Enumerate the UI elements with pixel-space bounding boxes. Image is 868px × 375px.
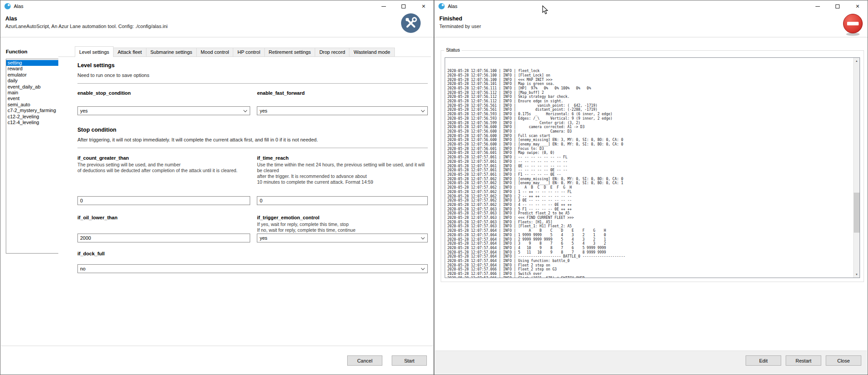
log-line: 2020-05-28 12:07:56.100 | INFO | <<< MAP…	[447, 78, 852, 82]
enable-stop-condition-select[interactable]: yes	[77, 106, 250, 115]
if-oil-lower-than-input[interactable]	[77, 234, 250, 242]
alas-logo-icon	[4, 3, 11, 10]
field-label-if-trigger-emotion-control: if_trigger_emotion_control	[257, 215, 428, 220]
log-line: 2020-05-28 12:07:56.601 | INFO | Focus t…	[447, 147, 852, 151]
log-line: 2020-05-28 12:07:57.063 | INFO | Predict…	[447, 211, 852, 216]
alas-logo-icon	[438, 3, 445, 10]
log-line: 2020-05-28 12:07:56.593 | INFO | 0.175s …	[447, 112, 852, 117]
page-subtitle: AzurLaneAutoScript, An Azur Lane automat…	[5, 24, 167, 29]
log-line: 2020-05-28 12:07:56.593 | INFO | Edges: …	[447, 117, 852, 121]
log-line: 2020-05-28 12:07:57.062 | INFO | 1 -- ++…	[447, 190, 852, 194]
scrollbar-thumb[interactable]	[854, 193, 860, 233]
log-line: 2020-05-28 12:07:56.600 | INFO | [enemy_…	[447, 142, 852, 147]
log-line: 2020-05-28 12:07:57.063 | INFO | 5 F1 --…	[447, 207, 852, 212]
log-line: 2020-05-28 12:07:56.600 | INFO | camera …	[447, 125, 852, 129]
tab-panel-level-settings: Level settings Need to run once to save …	[58, 57, 431, 345]
log-line: 2020-05-28 12:07:57.064 | INFO | 1 9999 …	[447, 233, 852, 238]
log-line: 2020-05-28 12:07:57.064 | INFO | 5 11 10…	[447, 250, 852, 255]
field-label-enable-stop-condition: enable_stop_condition	[77, 90, 250, 96]
chevron-down-icon	[421, 236, 425, 239]
edit-button[interactable]: Edit	[746, 355, 781, 366]
divider	[77, 83, 428, 84]
log-line: 2020-05-28 12:07:56.600 | INFO | [enemy_…	[447, 138, 852, 142]
settings-tab[interactable]: Attack fleet	[113, 48, 146, 56]
log-line: 2020-05-28 12:07:56.111 | INFO | [HP] 97…	[447, 86, 852, 91]
settings-tab[interactable]: Level settings	[75, 46, 114, 57]
restart-button[interactable]: Restart	[786, 355, 821, 366]
if-trigger-emotion-control-select[interactable]: yes	[257, 234, 428, 242]
alas-runtime-window: Alas ✕ Finished Terminated by user	[434, 0, 868, 375]
config-header: Alas AzurLaneAutoScript, An Azur Lane au…	[0, 12, 434, 37]
log-line: 2020-05-28 12:07:56.601 | INFO | Map swi…	[447, 151, 852, 155]
log-line: 2020-05-28 12:07:57.061 | INFO | 0E -- -…	[447, 164, 852, 169]
log-line: 2020-05-28 12:07:57.063 | INFO | [Fleet_…	[447, 224, 852, 229]
field-label-if-oil-lower-than: if_oil_lower_than	[77, 215, 250, 220]
section-title-stop-condition: Stop condition	[77, 127, 428, 133]
log-line: 2020-05-28 12:07:57.066 | INFO | Switch …	[447, 272, 852, 276]
start-button[interactable]: Start	[392, 355, 427, 366]
scroll-up-icon[interactable]: ▲	[854, 58, 860, 64]
log-line: 2020-05-28 12:07:57.064 | INFO | Fleet 2…	[447, 263, 852, 268]
log-line: 2020-05-28 12:07:57.066 | INFO | Click (…	[447, 276, 852, 278]
section-title-level-settings: Level settings	[77, 62, 428, 69]
close-button[interactable]: ✕	[414, 0, 434, 12]
settings-tab[interactable]: HP control	[233, 48, 264, 56]
titlebar: Alas ✕	[434, 0, 868, 12]
log-output: 2020-05-28 12:07:56.100 | INFO | fleet_l…	[447, 57, 852, 278]
field-label-if-count-greater-than: if_count_greater_than	[77, 155, 250, 161]
minimize-button[interactable]	[807, 0, 827, 12]
enable-fast-forward-select[interactable]: yes	[257, 106, 428, 115]
chevron-down-icon	[421, 109, 425, 112]
if-dock-full-select[interactable]: no	[77, 264, 428, 273]
settings-tabstrip: Level settings Attack fleet Submarine se…	[58, 43, 431, 57]
log-line: 2020-05-28 12:07:56.599 | INFO | Center …	[447, 121, 852, 125]
run-status-title: Finished	[439, 16, 462, 22]
log-line: 2020-05-28 12:07:57.061 | INFO | F1 -- -…	[447, 173, 852, 177]
log-line: 2020-05-28 12:07:57.066 | INFO | Fleet_2…	[447, 267, 852, 272]
settings-tab[interactable]: Mood control	[196, 48, 234, 56]
log-line: 2020-05-28 12:07:56.101 | INFO | Map is …	[447, 82, 852, 86]
log-line: 2020-05-28 12:07:57.064 | INFO | A B C D…	[447, 229, 852, 233]
maximize-button[interactable]	[393, 0, 414, 12]
window-title: Alas	[14, 4, 23, 9]
log-line: 2020-05-28 12:07:57.061 | INFO | -- -- -…	[447, 155, 852, 160]
settings-tab[interactable]: Retirement settings	[264, 48, 316, 56]
field-help-if-count-greater-than: The previous setting will be used, and t…	[77, 162, 250, 173]
stop-sign-icon	[842, 13, 864, 36]
config-footer: Cancel Start	[1, 346, 433, 374]
log-line: 2020-05-28 12:07:57.062 | INFO | A B C D…	[447, 185, 852, 190]
log-line: 2020-05-28 12:07:56.112 | INFO | Ensure …	[447, 99, 852, 104]
log-line: 2020-05-28 12:07:56.561 | INFO | distant…	[447, 108, 852, 112]
log-line: 2020-05-28 12:07:56.112 | INFO | Skip st…	[447, 95, 852, 99]
log-scrollbar[interactable]: ▲ ▼	[853, 58, 860, 278]
close-button[interactable]: ✕	[848, 0, 868, 12]
titlebar: Alas ✕	[0, 0, 434, 12]
divider	[77, 148, 428, 148]
log-line: 2020-05-28 12:07:57.063 | INFO | Fleets:…	[447, 220, 852, 225]
maximize-button[interactable]	[827, 0, 848, 12]
if-time-reach-input[interactable]	[257, 196, 428, 205]
if-count-greater-than-input[interactable]	[77, 196, 250, 205]
section-desc-level-settings: Need to run once to save options	[77, 73, 428, 78]
log-viewport[interactable]: 2020-05-28 12:07:56.100 | INFO | fleet_l…	[445, 57, 860, 278]
settings-tab[interactable]: Submarine settings	[146, 48, 197, 56]
close-run-button[interactable]: Close	[826, 355, 861, 366]
section-desc-stop-condition: After triggering, it will not stop immed…	[77, 137, 428, 142]
settings-tab[interactable]: Drop record	[315, 48, 349, 56]
log-line: 2020-05-28 12:07:57.064 | INFO | 2 9999 …	[447, 238, 852, 242]
log-line: 2020-05-28 12:07:57.062 | INFO | 3 0E --…	[447, 198, 852, 203]
log-line: 2020-05-28 12:07:57.062 | INFO | 2 -- ++…	[447, 194, 852, 199]
log-line: 2020-05-28 12:07:56.100 | INFO | fleet_l…	[447, 69, 852, 73]
log-line: 2020-05-28 12:07:56.600 | INFO | Full sc…	[447, 134, 852, 138]
scroll-down-icon[interactable]: ▼	[854, 271, 860, 278]
log-line: 2020-05-28 12:07:57.062 | INFO | [enemy_…	[447, 177, 852, 181]
settings-tab[interactable]: Wasteland mode	[349, 48, 394, 56]
log-line: 2020-05-28 12:07:56.600 | INFO | Camera:…	[447, 129, 852, 134]
cancel-button[interactable]: Cancel	[347, 355, 382, 366]
field-label-if-dock-full: if_dock_full	[77, 251, 428, 256]
log-line: 2020-05-28 12:07:57.064 | INFO | 4 10 9 …	[447, 246, 852, 250]
field-help-if-trigger-emotion-control: If yes, wait for reply, complete this ti…	[257, 222, 428, 233]
log-line: 2020-05-28 12:07:57.061 | INFO | -- -- -…	[447, 168, 852, 173]
field-label-enable-fast-forward: enable_fast_forward	[257, 90, 428, 96]
minimize-button[interactable]	[373, 0, 393, 12]
